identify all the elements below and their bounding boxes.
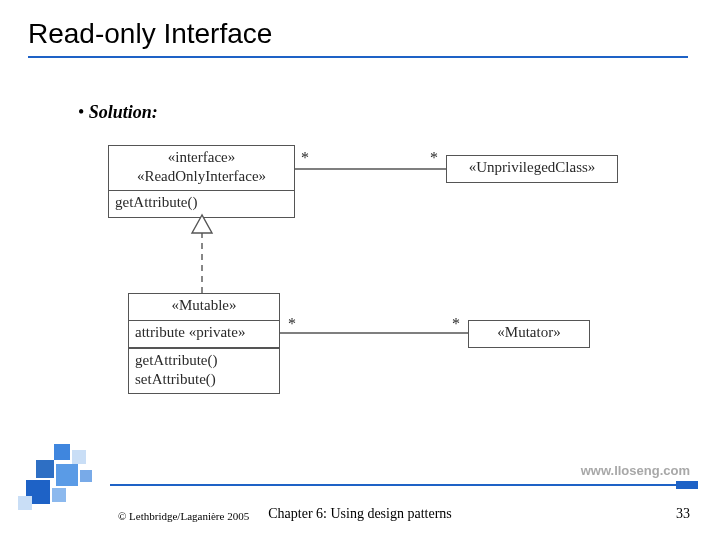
uml-interface-header: «interface» «ReadOnlyInterface»	[109, 146, 294, 191]
slide-title: Read-only Interface	[28, 18, 272, 50]
uml-interface-box: «interface» «ReadOnlyInterface» getAttri…	[108, 145, 295, 218]
uml-unpriv-box: «UnprivilegedClass»	[446, 155, 618, 183]
svg-rect-10	[52, 488, 66, 502]
svg-marker-3	[192, 215, 212, 233]
uml-diagram: «interface» «ReadOnlyInterface» getAttri…	[78, 135, 648, 425]
slide: Read-only Interface Solution: «interface…	[0, 0, 720, 540]
footer-url: www.lloseng.com	[581, 463, 690, 478]
footer-page: 33	[676, 506, 690, 522]
uml-interface-op: getAttribute()	[109, 191, 294, 217]
mult-star-1: *	[301, 149, 309, 167]
uml-mutable-name: «Mutable»	[129, 294, 279, 321]
uml-mutable-op1: getAttribute()	[135, 351, 273, 370]
footer-chapter: Chapter 6: Using design patterns	[0, 506, 720, 522]
svg-rect-7	[56, 464, 78, 486]
uml-mutable-box: «Mutable» attribute «private» getAttribu…	[128, 293, 280, 394]
title-underline	[28, 56, 688, 58]
svg-rect-5	[72, 450, 86, 464]
svg-rect-8	[80, 470, 92, 482]
uml-mutator-box: «Mutator»	[468, 320, 590, 348]
svg-rect-4	[54, 444, 70, 460]
uml-mutable-attr: attribute «private»	[129, 321, 279, 348]
mult-star-4: *	[452, 315, 460, 333]
solution-bullet: Solution:	[78, 102, 158, 123]
uml-mutable-ops: getAttribute() setAttribute()	[129, 348, 279, 393]
footer-notch	[676, 481, 698, 489]
uml-interface-stereotype: «interface»	[115, 148, 288, 167]
uml-unpriv-name: «UnprivilegedClass»	[447, 156, 617, 182]
uml-mutator-name: «Mutator»	[469, 321, 589, 347]
uml-interface-name: «ReadOnlyInterface»	[115, 167, 288, 186]
mult-star-3: *	[288, 315, 296, 333]
uml-mutable-op2: setAttribute()	[135, 370, 273, 389]
footer-divider	[110, 484, 698, 486]
svg-rect-6	[36, 460, 54, 478]
squares-icon	[18, 444, 92, 510]
mult-star-2: *	[430, 149, 438, 167]
corner-graphic	[18, 440, 108, 510]
